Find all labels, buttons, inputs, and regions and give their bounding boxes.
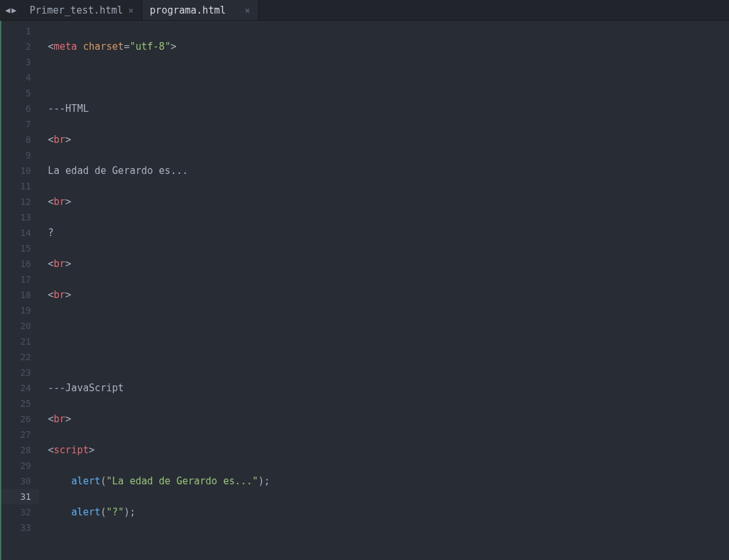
tag-name: br (54, 258, 65, 270)
line-number: 6 (1, 101, 31, 116)
code-line[interactable]: <script> (48, 442, 729, 458)
line-number: 5 (1, 85, 31, 101)
tab-forward-icon[interactable]: ▶ (12, 5, 17, 15)
tag-name: br (54, 413, 65, 425)
line-number: 7 (1, 116, 31, 132)
line-number: 17 (1, 272, 31, 287)
line-number: 33 (1, 520, 31, 535)
code-line[interactable]: <br> (48, 194, 729, 210)
line-number: 3 (1, 54, 31, 70)
code-area[interactable]: <meta charset="utf-8"> ---HTML <br> La e… (39, 21, 729, 560)
line-number: 19 (1, 303, 31, 318)
line-number: 27 (1, 427, 31, 442)
line-number: 30 (1, 473, 31, 489)
code-line[interactable] (48, 535, 729, 551)
code-line[interactable]: <br> (48, 256, 729, 272)
tag-name: br (54, 134, 65, 145)
tab-label: programa.html (150, 5, 226, 16)
line-number: 25 (1, 396, 31, 411)
code-line[interactable]: alert("?"); (48, 504, 729, 520)
line-number: 18 (1, 287, 31, 303)
line-number: 1 (1, 23, 31, 39)
tag-open: < (48, 41, 54, 52)
tab-back-icon[interactable]: ◀ (5, 5, 10, 15)
text: La edad de Gerardo es... (48, 165, 188, 177)
line-number: 14 (1, 225, 31, 241)
string: La edad de Gerardo es... (112, 475, 252, 487)
code-line[interactable]: La edad de Gerardo es... (48, 163, 729, 178)
line-number: 29 (1, 458, 31, 473)
code-line[interactable] (48, 349, 729, 365)
line-number: 22 (1, 349, 31, 365)
text: ---HTML (48, 103, 89, 114)
line-number: 2 (1, 39, 31, 54)
line-number: 13 (1, 210, 31, 225)
line-number: 12 (1, 194, 31, 210)
code-line[interactable] (48, 70, 729, 85)
tag-name: script (54, 444, 89, 456)
tag-name: br (54, 289, 65, 301)
code-line[interactable]: <br> (48, 411, 729, 427)
fn-call: alert (71, 475, 100, 487)
code-line[interactable]: ---HTML (48, 101, 729, 116)
line-number: 4 (1, 70, 31, 85)
code-line[interactable]: ---JavaScript (48, 380, 729, 396)
line-number: 31 (1, 489, 39, 504)
line-number: 16 (1, 256, 31, 272)
code-line[interactable]: alert("La edad de Gerardo es..."); (48, 473, 729, 489)
fn-call: alert (71, 506, 100, 518)
line-number: 28 (1, 442, 31, 458)
tab-bar: ◀ ▶ Primer_test.html × programa.html × (0, 0, 729, 21)
tab-primer-test[interactable]: Primer_test.html × (22, 0, 142, 20)
line-number: 8 (1, 132, 31, 147)
line-number: 32 (1, 504, 31, 520)
close-icon[interactable]: × (245, 5, 250, 16)
attr-value: utf-8 (135, 41, 164, 52)
code-line[interactable]: <br> (48, 287, 729, 303)
tab-nav-arrows: ◀ ▶ (0, 0, 22, 20)
code-line[interactable]: ? (48, 225, 729, 241)
code-line[interactable]: <meta charset="utf-8"> (48, 39, 729, 54)
tag-name: br (54, 196, 65, 208)
code-line[interactable]: <br> (48, 132, 729, 147)
line-number: 9 (1, 147, 31, 163)
line-number: 24 (1, 380, 31, 396)
line-number: 21 (1, 334, 31, 349)
tab-programa[interactable]: programa.html × (142, 0, 259, 20)
line-number-gutter: 1 2 3 4 5 6 7 8 9 10 11 12 13 14 15 16 1… (0, 21, 39, 560)
close-icon[interactable]: × (128, 5, 133, 16)
text: ---JavaScript (48, 382, 124, 394)
tab-label: Primer_test.html (30, 5, 124, 16)
code-line[interactable] (48, 318, 729, 334)
line-number: 15 (1, 241, 31, 256)
line-number: 26 (1, 411, 31, 427)
line-number: 23 (1, 365, 31, 380)
line-number: 20 (1, 318, 31, 334)
editor[interactable]: 1 2 3 4 5 6 7 8 9 10 11 12 13 14 15 16 1… (0, 21, 729, 560)
line-number: 10 (1, 163, 31, 178)
attr-name: charset (83, 41, 124, 52)
text: ? (48, 227, 54, 239)
line-number: 11 (1, 178, 31, 194)
tag-name: meta (54, 41, 77, 52)
